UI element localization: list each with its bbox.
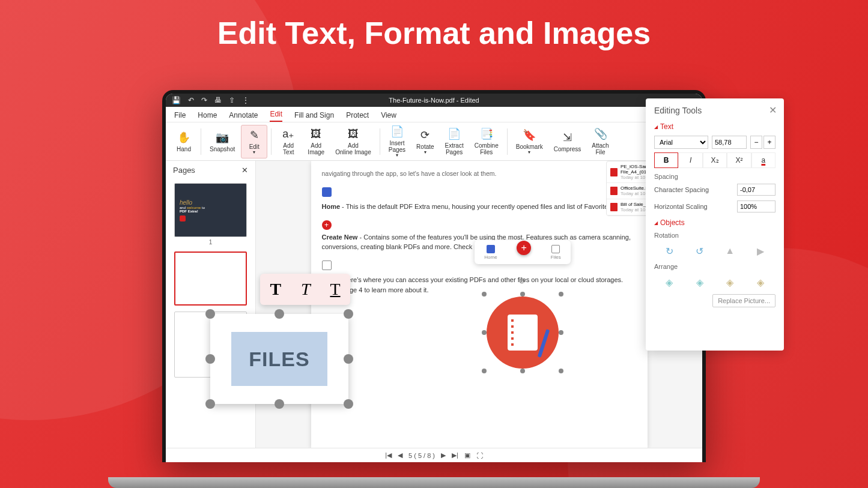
selected-image-object[interactable]: ⟳	[475, 285, 571, 381]
menu-view[interactable]: View	[381, 111, 396, 122]
rotate-handle-icon[interactable]: ⟳	[519, 276, 526, 286]
italic-style-button[interactable]: T	[301, 280, 311, 299]
attach-icon: 📎	[594, 127, 607, 140]
redo-icon[interactable]: ↷	[201, 96, 207, 104]
add-text-button[interactable]: a₊Add Text	[275, 125, 302, 158]
extract-pages-button[interactable]: 📄Extract Pages	[440, 125, 469, 158]
bookmark-icon: 🔖	[523, 128, 536, 142]
mini-nav: Home + Files	[475, 240, 571, 264]
save-icon[interactable]: 💾	[172, 96, 181, 104]
pager-next[interactable]: ▶	[441, 451, 446, 459]
pager-zoom-icon[interactable]: ⛶	[476, 452, 483, 459]
mini-nav-files[interactable]: Files	[551, 245, 561, 260]
laptop-frame: 💾 ↶ ↷ 🖶 ⇪ ⋮ The-Future-is-Now.pdf - Edit…	[162, 90, 706, 462]
edit-tool[interactable]: ✎Edit▾	[241, 125, 267, 158]
page-thumb-2[interactable]	[174, 252, 247, 306]
menu-annotate[interactable]: Annotate	[229, 111, 258, 122]
pager-last[interactable]: ▶|	[452, 451, 458, 459]
pager-first[interactable]: |◀	[385, 451, 392, 459]
rotation-label: Rotation	[654, 232, 775, 239]
menu-file[interactable]: File	[174, 111, 186, 122]
pager-prev[interactable]: ◀	[398, 451, 402, 459]
insert-pages-button[interactable]: 📄Insert Pages▾	[384, 125, 410, 158]
add-online-image-button[interactable]: 🖼Add Online Image	[330, 125, 375, 158]
text-style-popup: T T T	[260, 274, 350, 305]
undo-icon[interactable]: ↶	[188, 96, 194, 104]
resize-handle[interactable]	[482, 369, 487, 373]
size-decrease[interactable]: −	[750, 136, 762, 149]
resize-handle[interactable]	[520, 369, 525, 373]
selected-text-object[interactable]: FILES	[210, 314, 348, 404]
compress-icon: ⇲	[561, 131, 574, 144]
compress-button[interactable]: ⇲Compress	[549, 125, 586, 158]
snapshot-tool[interactable]: 📷Snapshot	[205, 125, 240, 158]
menu-home[interactable]: Home	[198, 111, 217, 122]
resize-handle[interactable]	[205, 309, 215, 319]
rotate-ccw-icon[interactable]: ↺	[691, 244, 708, 258]
resize-handle[interactable]	[520, 292, 525, 297]
subscript-button[interactable]: X₂	[703, 152, 727, 168]
bold-button[interactable]: B	[654, 152, 678, 168]
resize-handle[interactable]	[344, 309, 353, 319]
italic-button[interactable]: I	[678, 152, 702, 168]
mini-nav-new[interactable]: +	[517, 241, 531, 255]
rotate-cw-icon[interactable]: ↻	[661, 244, 678, 258]
pencil-icon	[538, 329, 550, 358]
print-icon[interactable]: 🖶	[214, 96, 222, 104]
font-select[interactable]: Arial	[654, 136, 708, 149]
resize-handle[interactable]	[559, 369, 563, 373]
replace-picture-button[interactable]: Replace Picture...	[712, 294, 775, 307]
more-icon[interactable]: ⋮	[242, 96, 249, 104]
rotate-button[interactable]: ⟳Rotate▾	[411, 125, 439, 158]
text-section-header[interactable]: Text	[654, 122, 775, 131]
hand-tool[interactable]: ✋Hand	[171, 125, 197, 158]
rotate-icon: ⟳	[419, 128, 432, 142]
resize-handle[interactable]	[275, 399, 284, 409]
mini-nav-home[interactable]: Home	[484, 245, 497, 260]
menubar: File Home Annotate Edit Fill and Sign Pr…	[166, 107, 702, 122]
font-size-input[interactable]	[712, 136, 747, 149]
hscale-input[interactable]	[737, 200, 775, 212]
resize-handle[interactable]	[559, 292, 563, 297]
resize-handle[interactable]	[344, 399, 353, 409]
resize-handle[interactable]	[559, 330, 563, 335]
share-icon[interactable]: ⇪	[229, 96, 235, 104]
bring-forward-icon[interactable]: ◈	[691, 275, 708, 289]
resize-handle[interactable]	[275, 309, 284, 319]
close-pages-icon[interactable]: ✕	[241, 166, 248, 175]
flip-v-icon[interactable]: ▶	[752, 244, 769, 258]
pager-view-icon[interactable]: ▣	[464, 451, 470, 459]
menu-protect[interactable]: Protect	[346, 111, 369, 122]
underline-style-button[interactable]: T	[330, 280, 340, 299]
close-panel-icon[interactable]: ✕	[769, 104, 777, 116]
char-spacing-input[interactable]	[737, 184, 775, 196]
bring-front-icon[interactable]: ◈	[661, 275, 678, 289]
objects-section-header[interactable]: Objects	[654, 218, 775, 227]
superscript-button[interactable]: X²	[727, 152, 751, 168]
add-image-button[interactable]: 🖼Add Image	[303, 125, 329, 158]
font-color-button[interactable]: a	[751, 152, 775, 168]
resize-handle[interactable]	[205, 354, 215, 364]
bookmark-button[interactable]: 🔖Bookmark▾	[511, 125, 548, 158]
page-thumb-1[interactable]: helloand welcome toPDF Extra!1	[174, 183, 247, 246]
send-back-icon[interactable]: ◈	[752, 275, 769, 289]
resize-handle[interactable]	[482, 292, 487, 297]
resize-handle[interactable]	[205, 399, 215, 409]
spacing-label: Spacing	[654, 173, 775, 180]
send-backward-icon[interactable]: ◈	[721, 275, 738, 289]
size-increase[interactable]: +	[763, 136, 775, 149]
headline: Edit Text, Format and Images	[217, 15, 651, 51]
char-spacing-label: Character Spacing	[654, 186, 709, 193]
ribbon: ✋Hand 📷Snapshot ✎Edit▾ a₊Add Text 🖼Add I…	[166, 122, 702, 161]
bold-style-button[interactable]: T	[270, 280, 281, 299]
resize-handle[interactable]	[482, 330, 487, 335]
text-icon: a₊	[282, 127, 295, 140]
create-section-icon: +	[322, 220, 332, 230]
notepad-icon	[508, 315, 538, 351]
flip-h-icon[interactable]: ▲	[721, 244, 738, 258]
attach-file-button[interactable]: 📎Attach File	[587, 125, 613, 158]
menu-fillsign[interactable]: Fill and Sign	[294, 111, 334, 122]
menu-edit[interactable]: Edit	[270, 110, 282, 122]
resize-handle[interactable]	[344, 354, 353, 364]
combine-files-button[interactable]: 📑Combine Files	[470, 125, 503, 158]
